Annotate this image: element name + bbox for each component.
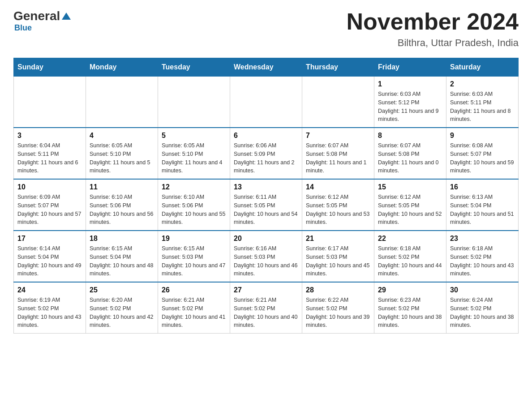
- calendar-cell: 3Sunrise: 6:04 AM Sunset: 5:11 PM Daylig…: [14, 128, 86, 179]
- day-info: Sunrise: 6:18 AM Sunset: 5:02 PM Dayligh…: [450, 244, 515, 278]
- calendar-cell: 10Sunrise: 6:09 AM Sunset: 5:07 PM Dayli…: [14, 179, 86, 231]
- day-info: Sunrise: 6:12 AM Sunset: 5:05 PM Dayligh…: [378, 193, 442, 227]
- calendar-cell: 18Sunrise: 6:15 AM Sunset: 5:04 PM Dayli…: [86, 231, 158, 282]
- calendar-cell: 14Sunrise: 6:12 AM Sunset: 5:05 PM Dayli…: [302, 179, 374, 231]
- calendar-cell: [14, 76, 86, 128]
- calendar-cell: 23Sunrise: 6:18 AM Sunset: 5:02 PM Dayli…: [446, 231, 519, 282]
- day-number: 18: [90, 235, 154, 243]
- calendar-week-4: 17Sunrise: 6:14 AM Sunset: 5:04 PM Dayli…: [14, 231, 519, 282]
- day-number: 15: [378, 183, 442, 191]
- calendar-table: SundayMondayTuesdayWednesdayThursdayFrid…: [13, 58, 519, 334]
- calendar-cell: 24Sunrise: 6:19 AM Sunset: 5:02 PM Dayli…: [14, 282, 86, 334]
- day-info: Sunrise: 6:07 AM Sunset: 5:08 PM Dayligh…: [306, 141, 370, 175]
- day-number: 12: [162, 183, 226, 191]
- day-number: 19: [162, 235, 226, 243]
- day-info: Sunrise: 6:08 AM Sunset: 5:07 PM Dayligh…: [450, 141, 515, 175]
- day-info: Sunrise: 6:12 AM Sunset: 5:05 PM Dayligh…: [306, 193, 370, 227]
- day-info: Sunrise: 6:05 AM Sunset: 5:10 PM Dayligh…: [162, 141, 226, 175]
- calendar-week-3: 10Sunrise: 6:09 AM Sunset: 5:07 PM Dayli…: [14, 179, 519, 231]
- page-title: November 2024: [347, 9, 519, 34]
- day-number: 23: [450, 235, 515, 243]
- day-number: 1: [378, 80, 442, 88]
- day-info: Sunrise: 6:21 AM Sunset: 5:02 PM Dayligh…: [234, 296, 298, 330]
- day-number: 25: [90, 286, 154, 294]
- day-info: Sunrise: 6:11 AM Sunset: 5:05 PM Dayligh…: [234, 193, 298, 227]
- day-info: Sunrise: 6:20 AM Sunset: 5:02 PM Dayligh…: [90, 296, 154, 330]
- day-number: 4: [90, 132, 154, 140]
- title-area: November 2024 Bilthra, Uttar Pradesh, In…: [347, 9, 519, 49]
- calendar-cell: 29Sunrise: 6:23 AM Sunset: 5:02 PM Dayli…: [374, 282, 446, 334]
- day-number: 7: [306, 132, 370, 140]
- calendar-cell: 13Sunrise: 6:11 AM Sunset: 5:05 PM Dayli…: [230, 179, 302, 231]
- day-info: Sunrise: 6:19 AM Sunset: 5:02 PM Dayligh…: [17, 296, 82, 330]
- logo-general-text: General: [13, 9, 60, 23]
- calendar-cell: 19Sunrise: 6:15 AM Sunset: 5:03 PM Dayli…: [158, 231, 230, 282]
- calendar-cell: 20Sunrise: 6:16 AM Sunset: 5:03 PM Dayli…: [230, 231, 302, 282]
- day-number: 8: [378, 132, 442, 140]
- day-info: Sunrise: 6:23 AM Sunset: 5:02 PM Dayligh…: [378, 296, 442, 330]
- day-info: Sunrise: 6:18 AM Sunset: 5:02 PM Dayligh…: [378, 244, 442, 278]
- day-number: 13: [234, 183, 298, 191]
- calendar-cell: 15Sunrise: 6:12 AM Sunset: 5:05 PM Dayli…: [374, 179, 446, 231]
- day-number: 20: [234, 235, 298, 243]
- logo: General Blue: [13, 9, 71, 33]
- calendar-cell: 30Sunrise: 6:24 AM Sunset: 5:02 PM Dayli…: [446, 282, 519, 334]
- day-info: Sunrise: 6:09 AM Sunset: 5:07 PM Dayligh…: [17, 193, 82, 227]
- calendar-cell: 7Sunrise: 6:07 AM Sunset: 5:08 PM Daylig…: [302, 128, 374, 179]
- day-info: Sunrise: 6:05 AM Sunset: 5:10 PM Dayligh…: [90, 141, 154, 175]
- calendar-cell: 28Sunrise: 6:22 AM Sunset: 5:02 PM Dayli…: [302, 282, 374, 334]
- calendar-cell: 16Sunrise: 6:13 AM Sunset: 5:04 PM Dayli…: [446, 179, 519, 231]
- day-number: 29: [378, 286, 442, 294]
- day-info: Sunrise: 6:17 AM Sunset: 5:03 PM Dayligh…: [306, 244, 370, 278]
- day-number: 2: [450, 80, 515, 88]
- day-info: Sunrise: 6:13 AM Sunset: 5:04 PM Dayligh…: [450, 193, 515, 227]
- day-info: Sunrise: 6:24 AM Sunset: 5:02 PM Dayligh…: [450, 296, 515, 330]
- day-info: Sunrise: 6:10 AM Sunset: 5:06 PM Dayligh…: [162, 193, 226, 227]
- day-number: 5: [162, 132, 226, 140]
- day-info: Sunrise: 6:04 AM Sunset: 5:11 PM Dayligh…: [17, 141, 82, 175]
- day-number: 17: [17, 235, 82, 243]
- page-header: General Blue November 2024 Bilthra, Utta…: [13, 9, 519, 49]
- calendar-week-5: 24Sunrise: 6:19 AM Sunset: 5:02 PM Dayli…: [14, 282, 519, 334]
- calendar-cell: 4Sunrise: 6:05 AM Sunset: 5:10 PM Daylig…: [86, 128, 158, 179]
- calendar-cell: 8Sunrise: 6:07 AM Sunset: 5:08 PM Daylig…: [374, 128, 446, 179]
- day-number: 30: [450, 286, 515, 294]
- day-number: 24: [17, 286, 82, 294]
- calendar-header-thursday: Thursday: [302, 58, 374, 76]
- day-number: 21: [306, 235, 370, 243]
- calendar-cell: 6Sunrise: 6:06 AM Sunset: 5:09 PM Daylig…: [230, 128, 302, 179]
- day-info: Sunrise: 6:03 AM Sunset: 5:12 PM Dayligh…: [378, 90, 442, 124]
- day-number: 14: [306, 183, 370, 191]
- day-number: 16: [450, 183, 515, 191]
- day-info: Sunrise: 6:03 AM Sunset: 5:11 PM Dayligh…: [450, 90, 515, 124]
- calendar-header-wednesday: Wednesday: [230, 58, 302, 76]
- day-info: Sunrise: 6:10 AM Sunset: 5:06 PM Dayligh…: [90, 193, 154, 227]
- calendar-week-2: 3Sunrise: 6:04 AM Sunset: 5:11 PM Daylig…: [14, 128, 519, 179]
- day-number: 26: [162, 286, 226, 294]
- day-info: Sunrise: 6:22 AM Sunset: 5:02 PM Dayligh…: [306, 296, 370, 330]
- calendar-header-saturday: Saturday: [446, 58, 519, 76]
- day-number: 22: [378, 235, 442, 243]
- calendar-cell: [302, 76, 374, 128]
- calendar-cell: 22Sunrise: 6:18 AM Sunset: 5:02 PM Dayli…: [374, 231, 446, 282]
- calendar-cell: 1Sunrise: 6:03 AM Sunset: 5:12 PM Daylig…: [374, 76, 446, 128]
- day-number: 6: [234, 132, 298, 140]
- calendar-cell: 26Sunrise: 6:21 AM Sunset: 5:02 PM Dayli…: [158, 282, 230, 334]
- calendar-cell: 2Sunrise: 6:03 AM Sunset: 5:11 PM Daylig…: [446, 76, 519, 128]
- page-subtitle: Bilthra, Uttar Pradesh, India: [347, 37, 519, 49]
- calendar-cell: 17Sunrise: 6:14 AM Sunset: 5:04 PM Dayli…: [14, 231, 86, 282]
- calendar-header-friday: Friday: [374, 58, 446, 76]
- day-info: Sunrise: 6:15 AM Sunset: 5:03 PM Dayligh…: [162, 244, 226, 278]
- day-info: Sunrise: 6:14 AM Sunset: 5:04 PM Dayligh…: [17, 244, 82, 278]
- day-info: Sunrise: 6:06 AM Sunset: 5:09 PM Dayligh…: [234, 141, 298, 175]
- calendar-header-row: SundayMondayTuesdayWednesdayThursdayFrid…: [14, 58, 519, 76]
- day-number: 11: [90, 183, 154, 191]
- calendar-cell: 11Sunrise: 6:10 AM Sunset: 5:06 PM Dayli…: [86, 179, 158, 231]
- day-number: 27: [234, 286, 298, 294]
- day-number: 3: [17, 132, 82, 140]
- day-info: Sunrise: 6:15 AM Sunset: 5:04 PM Dayligh…: [90, 244, 154, 278]
- calendar-header-tuesday: Tuesday: [158, 58, 230, 76]
- calendar-cell: 27Sunrise: 6:21 AM Sunset: 5:02 PM Dayli…: [230, 282, 302, 334]
- day-number: 9: [450, 132, 515, 140]
- calendar-header-monday: Monday: [86, 58, 158, 76]
